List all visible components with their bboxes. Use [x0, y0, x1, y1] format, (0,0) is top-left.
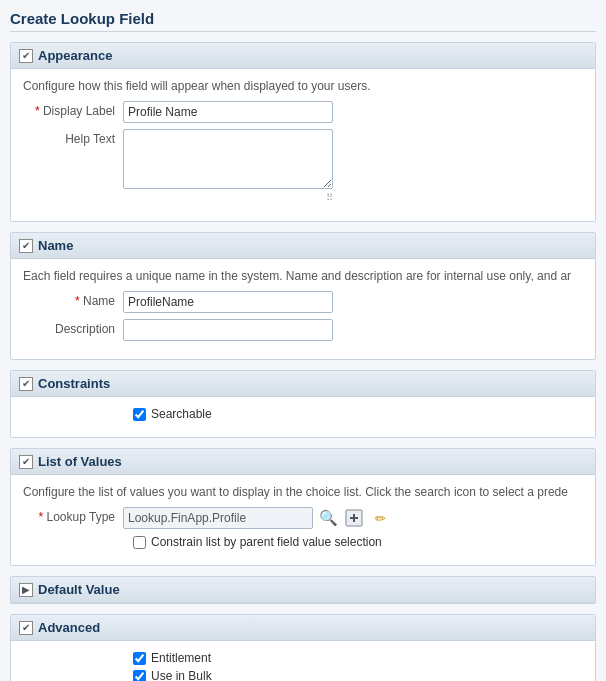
section-default-value-header[interactable]: ▶ Default Value — [11, 577, 595, 603]
name-field-label: Name — [23, 291, 123, 308]
constrain-label: Constrain list by parent field value sel… — [151, 535, 382, 549]
lookup-type-controls: 🔍 ✏ — [123, 507, 391, 529]
lookup-type-input[interactable] — [123, 507, 313, 529]
lookup-type-label: Lookup Type — [23, 507, 123, 524]
help-text-label: Help Text — [23, 129, 123, 146]
toggle-appearance-icon: ✔ — [19, 49, 33, 63]
toggle-default-icon: ▶ — [19, 583, 33, 597]
lookup-new-button[interactable] — [343, 507, 365, 529]
description-label: Description — [23, 319, 123, 336]
section-list-of-values-header[interactable]: ✔ List of Values — [11, 449, 595, 475]
entitlement-row: Entitlement — [23, 651, 583, 665]
section-constraints: ✔ Constraints Searchable — [10, 370, 596, 438]
help-text-row: Help Text ⠿ — [23, 129, 583, 203]
description-input[interactable] — [123, 319, 333, 341]
section-name-header[interactable]: ✔ Name — [11, 233, 595, 259]
help-text-input[interactable] — [123, 129, 333, 189]
section-default-value: ▶ Default Value — [10, 576, 596, 604]
section-name-title: Name — [38, 238, 73, 253]
section-default-value-title: Default Value — [38, 582, 120, 597]
display-label-row: Display Label — [23, 101, 583, 123]
list-of-values-description: Configure the list of values you want to… — [23, 485, 583, 499]
entitlement-checkbox[interactable] — [133, 652, 146, 665]
section-constraints-header[interactable]: ✔ Constraints — [11, 371, 595, 397]
searchable-row: Searchable — [23, 407, 583, 421]
section-advanced-title: Advanced — [38, 620, 100, 635]
entitlement-label: Entitlement — [151, 651, 211, 665]
svg-rect-2 — [353, 514, 355, 522]
display-label-input[interactable] — [123, 101, 333, 123]
page-title: Create Lookup Field — [10, 10, 596, 32]
section-list-of-values-title: List of Values — [38, 454, 122, 469]
name-field-input[interactable] — [123, 291, 333, 313]
section-constraints-title: Constraints — [38, 376, 110, 391]
lookup-search-button[interactable]: 🔍 — [317, 507, 339, 529]
lookup-type-row: Lookup Type 🔍 ✏ — [23, 507, 583, 529]
use-in-bulk-row: Use in Bulk — [23, 669, 583, 681]
section-constraints-body: Searchable — [11, 397, 595, 437]
section-advanced: ✔ Advanced Entitlement Use in Bulk Searc… — [10, 614, 596, 681]
section-list-of-values-body: Configure the list of values you want to… — [11, 475, 595, 565]
use-in-bulk-label: Use in Bulk — [151, 669, 212, 681]
description-row: Description — [23, 319, 583, 341]
section-name-body: Each field requires a unique name in the… — [11, 259, 595, 359]
section-appearance-header[interactable]: ✔ Appearance — [11, 43, 595, 69]
constrain-checkbox[interactable] — [133, 536, 146, 549]
toggle-name-icon: ✔ — [19, 239, 33, 253]
display-label-label: Display Label — [23, 101, 123, 118]
appearance-description: Configure how this field will appear whe… — [23, 79, 583, 93]
lookup-edit-button[interactable]: ✏ — [369, 507, 391, 529]
name-description: Each field requires a unique name in the… — [23, 269, 583, 283]
searchable-label: Searchable — [151, 407, 212, 421]
name-field-row: Name — [23, 291, 583, 313]
resize-handle: ⠿ — [123, 192, 333, 203]
searchable-checkbox[interactable] — [133, 408, 146, 421]
toggle-advanced-icon: ✔ — [19, 621, 33, 635]
toggle-list-icon: ✔ — [19, 455, 33, 469]
section-appearance-title: Appearance — [38, 48, 112, 63]
section-list-of-values: ✔ List of Values Configure the list of v… — [10, 448, 596, 566]
section-advanced-header[interactable]: ✔ Advanced — [11, 615, 595, 641]
section-appearance: ✔ Appearance Configure how this field wi… — [10, 42, 596, 222]
use-in-bulk-checkbox[interactable] — [133, 670, 146, 682]
toggle-constraints-icon: ✔ — [19, 377, 33, 391]
section-advanced-body: Entitlement Use in Bulk Searchable Pickl… — [11, 641, 595, 681]
constrain-row: Constrain list by parent field value sel… — [23, 535, 583, 549]
section-appearance-body: Configure how this field will appear whe… — [11, 69, 595, 221]
section-name: ✔ Name Each field requires a unique name… — [10, 232, 596, 360]
